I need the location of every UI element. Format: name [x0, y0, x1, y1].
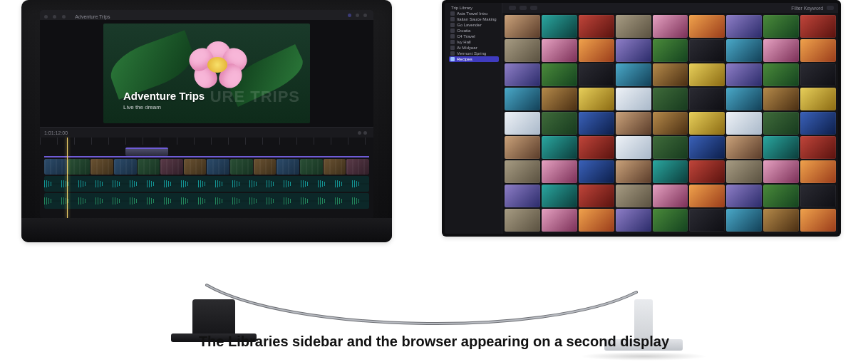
clip-thumbnail[interactable]: [542, 136, 577, 159]
clip-thumbnail[interactable]: [579, 136, 614, 159]
clip-thumbnail[interactable]: [763, 160, 799, 183]
clip-thumbnail[interactable]: [726, 112, 762, 135]
clip-thumbnail[interactable]: [726, 209, 762, 232]
sidebar-item[interactable]: At Midyear: [449, 45, 499, 51]
clip-thumbnail[interactable]: [542, 88, 577, 110]
clip-thumbnail[interactable]: [505, 15, 540, 38]
zoom-icon[interactable]: [358, 131, 361, 135]
clip-thumbnail[interactable]: [800, 209, 836, 232]
clip-thumbnail[interactable]: [689, 160, 725, 183]
clip-thumbnail[interactable]: [800, 15, 836, 38]
clip-thumbnail[interactable]: [800, 88, 836, 110]
share-icon[interactable]: [348, 14, 351, 17]
clip-thumbnail[interactable]: [726, 63, 762, 86]
viewer[interactable]: Adventure Trips Live the dream URE TRIPS: [40, 20, 373, 127]
clip-thumbnail[interactable]: [542, 63, 577, 86]
clip-thumbnail[interactable]: [800, 39, 836, 62]
music-track[interactable]: [44, 193, 369, 209]
clip-thumbnail[interactable]: [579, 88, 614, 110]
timecode-bar[interactable]: 1:01:12:00: [40, 127, 373, 138]
toolbar-button[interactable]: [363, 14, 367, 17]
clip-thumbnail[interactable]: [763, 39, 799, 62]
clip-thumbnail[interactable]: [616, 63, 651, 86]
clip-thumbnail[interactable]: [689, 136, 725, 159]
view-toggle-icon[interactable]: [509, 6, 516, 10]
clip-thumbnail[interactable]: [616, 185, 651, 207]
toolbar-button[interactable]: [44, 15, 48, 19]
clip-thumbnail[interactable]: [542, 112, 577, 135]
clip-thumbnail[interactable]: [653, 136, 688, 159]
sidebar-item[interactable]: Recipes: [449, 56, 499, 62]
clip-thumbnail[interactable]: [579, 209, 614, 232]
clip-thumbnail[interactable]: [689, 112, 725, 135]
clip-thumbnail[interactable]: [579, 160, 614, 183]
clip-thumbnail[interactable]: [505, 39, 540, 62]
timeline[interactable]: [40, 138, 373, 218]
clip-thumbnail[interactable]: [689, 39, 725, 62]
clip-thumbnail[interactable]: [616, 136, 651, 159]
clip-thumbnail[interactable]: [542, 185, 577, 207]
clip-thumbnail[interactable]: [653, 63, 688, 86]
clip-thumbnail[interactable]: [763, 209, 799, 232]
thumbnail-grid[interactable]: [502, 13, 838, 234]
clip-thumbnail[interactable]: [653, 112, 688, 135]
clip-thumbnail[interactable]: [689, 63, 725, 86]
clip-thumbnail[interactable]: [800, 185, 836, 207]
clip-thumbnail[interactable]: [542, 160, 577, 183]
clip-thumbnail[interactable]: [689, 15, 725, 38]
toolbar-button[interactable]: [356, 14, 359, 17]
clip-thumbnail[interactable]: [800, 112, 836, 135]
clip-thumbnail[interactable]: [579, 39, 614, 62]
clip-thumbnail[interactable]: [542, 15, 577, 38]
sidebar-item[interactable]: Asia Travel Intro: [449, 11, 499, 16]
clip-thumbnail[interactable]: [726, 160, 762, 183]
clip-thumbnail[interactable]: [763, 15, 799, 38]
clip-thumbnail[interactable]: [763, 185, 799, 207]
toolbar-button[interactable]: [53, 15, 56, 19]
toolbar-button[interactable]: [62, 15, 66, 19]
clip-thumbnail[interactable]: [542, 39, 577, 62]
clip-thumbnail[interactable]: [653, 209, 688, 232]
clip-thumbnail[interactable]: [653, 39, 688, 62]
audio-track[interactable]: [44, 176, 369, 192]
primary-storyline[interactable]: [44, 159, 369, 175]
clip-thumbnail[interactable]: [505, 209, 540, 232]
clip-thumbnail[interactable]: [726, 15, 762, 38]
search-field[interactable]: Filter Keyword: [791, 6, 823, 11]
clip-thumbnail[interactable]: [616, 112, 651, 135]
libraries-sidebar[interactable]: Trip Library Asia Travel IntroItalian Sa…: [445, 3, 502, 234]
group-icon[interactable]: [530, 6, 537, 10]
clip-thumbnail[interactable]: [542, 209, 577, 232]
clip-thumbnail[interactable]: [616, 160, 651, 183]
clip-thumbnail[interactable]: [616, 15, 651, 38]
clip-thumbnail[interactable]: [726, 136, 762, 159]
clip-thumbnail[interactable]: [726, 39, 762, 62]
clip-filter-icon[interactable]: [520, 6, 527, 10]
connected-clip[interactable]: [125, 148, 168, 156]
sidebar-item[interactable]: Italian Sauce Making: [449, 16, 499, 22]
clip-thumbnail[interactable]: [653, 15, 688, 38]
clip-thumbnail[interactable]: [763, 88, 799, 110]
sidebar-item[interactable]: Croatia: [449, 28, 499, 33]
clip-thumbnail[interactable]: [653, 185, 688, 207]
sidebar-item[interactable]: Go Lavender: [449, 22, 499, 28]
clip-thumbnail[interactable]: [689, 209, 725, 232]
clip-thumbnail[interactable]: [653, 160, 688, 183]
clip-thumbnail[interactable]: [579, 185, 614, 207]
clip-thumbnail[interactable]: [505, 88, 540, 110]
editor-toolbar[interactable]: Adventure Trips: [40, 10, 373, 20]
clip-thumbnail[interactable]: [579, 63, 614, 86]
clip-thumbnail[interactable]: [616, 39, 651, 62]
clip-thumbnail[interactable]: [726, 185, 762, 207]
sidebar-item[interactable]: C4 Travel: [449, 33, 499, 39]
clip-thumbnail[interactable]: [579, 112, 614, 135]
search-icon[interactable]: [827, 6, 834, 10]
clip-thumbnail[interactable]: [726, 88, 762, 110]
clip-thumbnail[interactable]: [689, 88, 725, 110]
clip-thumbnail[interactable]: [800, 160, 836, 183]
clip-thumbnail[interactable]: [505, 112, 540, 135]
clip-thumbnail[interactable]: [800, 136, 836, 159]
playhead[interactable]: [67, 138, 68, 218]
timeline-ruler[interactable]: [40, 138, 373, 145]
clip-thumbnail[interactable]: [505, 185, 540, 207]
